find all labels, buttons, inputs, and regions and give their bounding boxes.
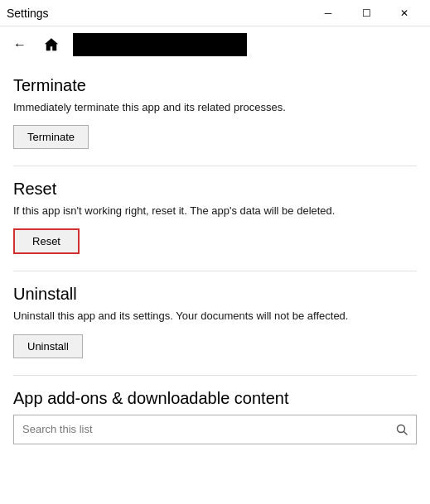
back-button[interactable]: ← [10,34,30,55]
title-bar: Settings ─ ☐ ✕ [0,0,430,26]
content-area: Terminate Immediately terminate this app… [0,63,430,504]
svg-line-1 [404,431,408,434]
uninstall-button[interactable]: Uninstall [13,334,83,358]
uninstall-title: Uninstall [13,285,417,304]
divider-2 [13,271,417,271]
reset-button[interactable]: Reset [13,228,80,254]
nav-bar: ← [0,26,430,63]
title-bar-controls: ─ ☐ ✕ [309,0,423,26]
title-bar-left: Settings [7,7,49,20]
restore-button[interactable]: ☐ [347,0,385,26]
terminate-button[interactable]: Terminate [13,125,89,149]
title-bar-title: Settings [7,7,49,20]
close-button[interactable]: ✕ [385,0,423,26]
uninstall-description: Uninstall this app and its settings. You… [13,309,417,324]
divider-1 [13,166,417,166]
terminate-title: Terminate [13,76,417,95]
reset-section: Reset If this app isn't working right, r… [13,180,417,254]
app-title-redacted [73,33,247,56]
reset-description: If this app isn't working right, reset i… [13,204,417,218]
reset-title: Reset [13,180,417,199]
divider-3 [13,375,417,376]
search-button[interactable] [388,415,416,444]
home-icon[interactable] [38,31,65,58]
terminate-section: Terminate Immediately terminate this app… [13,76,417,149]
search-container [13,415,417,444]
search-input[interactable] [14,417,388,441]
minimize-button[interactable]: ─ [309,0,347,26]
terminate-description: Immediately terminate this app and its r… [13,100,417,115]
addons-title: App add-ons & downloadable content [13,389,417,408]
uninstall-section: Uninstall Uninstall this app and its set… [13,285,417,358]
addons-section: App add-ons & downloadable content [13,389,417,444]
